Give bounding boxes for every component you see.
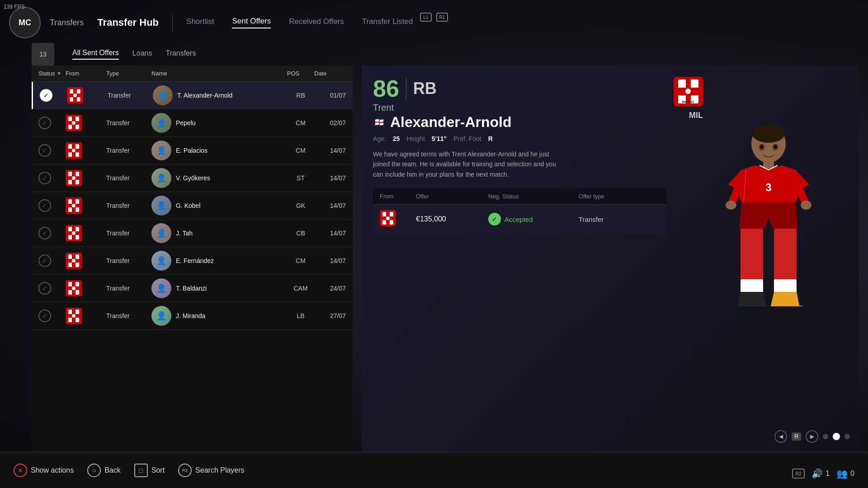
svg-point-61 <box>726 201 736 210</box>
row-status: ✓ <box>38 172 66 184</box>
show-actions-button[interactable]: ✕ Show actions <box>14 464 74 477</box>
svg-point-15 <box>72 149 75 152</box>
offer-table: From Offer Neg. Status Offer type €135,0… <box>373 188 667 234</box>
pref-foot-value: R <box>488 135 493 142</box>
r1-button[interactable]: R1 <box>436 13 448 22</box>
row-type: Transfer <box>106 257 151 264</box>
col-type-header: Type <box>106 70 151 77</box>
table-row[interactable]: ✓ Transfer 👤 Pepelu CM 02/07 <box>32 109 353 137</box>
player-photo: 👤 <box>151 168 171 188</box>
check-outline: ✓ <box>38 282 51 295</box>
nav-shortlist[interactable]: Shortlist <box>186 17 214 28</box>
sound-count: 1 <box>826 469 830 478</box>
sub-nav-loans[interactable]: Loans <box>132 49 152 59</box>
sub-nav-all[interactable]: All Sent Offers <box>72 49 119 60</box>
col-date-header: Date <box>314 70 346 77</box>
player-photo: 👤 <box>151 306 171 326</box>
bottom-bar: ✕ Show actions ○ Back □ Sort R3 Search P… <box>0 452 868 488</box>
col-status-header: Status ▼ <box>38 70 66 77</box>
show-actions-label: Show actions <box>31 466 74 474</box>
nav-received-offers[interactable]: Received Offers <box>289 17 344 28</box>
offer-col-offer: Offer <box>416 193 488 200</box>
row-type: Transfer <box>106 230 151 237</box>
player-first-name: Trent <box>373 103 511 113</box>
table-row[interactable]: ✓ Transfer 👤 V. Gyökeres ST 14/07 <box>32 164 353 192</box>
svg-point-30 <box>72 231 75 235</box>
player-name: G. Kobel <box>176 202 287 209</box>
sort-button[interactable]: □ Sort <box>134 464 165 477</box>
check-outline: ✓ <box>38 117 51 129</box>
nav-dot-3 <box>844 434 850 439</box>
player-name: V. Gyökeres <box>176 174 287 182</box>
nav-prev[interactable]: ◀ <box>774 430 787 443</box>
table-row[interactable]: ✓ Transfer 👤 T. Alexander-Arnold RB <box>32 82 353 109</box>
nav-hub: Transfer Hub <box>97 17 159 28</box>
player-pos: LB <box>287 312 314 319</box>
table-row[interactable]: ✓ Transfer 👤 J. Miranda LB 27/07 <box>32 302 353 330</box>
rating-pos: 86 RB <box>373 77 511 100</box>
row-from <box>66 280 106 296</box>
row-status: ✓ <box>38 310 66 322</box>
nav-divider <box>172 14 173 32</box>
r2-button: R2 <box>792 469 805 479</box>
nav-sent-offers[interactable]: Sent Offers <box>232 17 271 28</box>
svg-point-20 <box>72 176 75 180</box>
fps-counter: 139 FPS <box>4 4 25 10</box>
player-silhouette: 3 <box>701 112 836 406</box>
nav-dot-2 <box>833 433 840 440</box>
player-date: 14/07 <box>314 147 346 154</box>
table-row[interactable]: ✓ Transfer 👤 E. Fernández CM 14/07 <box>32 247 353 275</box>
row-status: ✓ <box>38 144 66 157</box>
table-row[interactable]: ✓ Transfer 👤 G. Kobel GK 14/07 <box>32 192 353 220</box>
table-row[interactable]: ✓ Transfer 👤 E. Palacios CM 14/07 <box>32 137 353 164</box>
table-row[interactable]: ✓ Transfer 👤 J. Tah CB 14/07 <box>32 220 353 247</box>
row-type: Transfer <box>106 147 151 154</box>
row-from <box>66 225 106 241</box>
player-photo: 👤 <box>151 141 171 160</box>
row-from <box>67 87 108 103</box>
player-date: 14/07 <box>314 230 346 237</box>
nav-transfers[interactable]: Transfers <box>50 18 84 28</box>
team-badge <box>66 142 82 159</box>
player-name: J. Miranda <box>176 312 287 319</box>
search-players-button[interactable]: R3 Search Players <box>178 464 245 477</box>
team-badge <box>66 115 82 131</box>
player-date: 24/07 <box>314 285 346 292</box>
people-icon: 👥 <box>836 468 848 479</box>
table-row[interactable]: ✓ Transfer 👤 T. Baldanzi CAM 24/07 <box>32 275 353 302</box>
l1-button[interactable]: L1 <box>420 13 432 22</box>
circle-button-icon: ○ <box>87 464 101 477</box>
sort-arrow: ▼ <box>57 71 61 76</box>
player-date: 14/07 <box>314 257 346 264</box>
x-button-icon: ✕ <box>14 464 27 477</box>
offer-type: Transfer <box>579 216 667 223</box>
player-pos: CB <box>287 230 314 237</box>
sub-nav-transfers[interactable]: Transfers <box>165 49 196 59</box>
bottom-right-indicators: R2 🔊 1 👥 0 <box>792 468 854 479</box>
team-badge <box>66 225 82 241</box>
pref-foot-label: Pref. Foot <box>453 135 481 142</box>
player-photo: 👤 <box>153 85 173 105</box>
row-from <box>66 253 106 269</box>
check-outline: ✓ <box>38 310 51 322</box>
svg-point-62 <box>801 201 811 210</box>
people-count: 0 <box>850 469 854 478</box>
player-photo: 👤 <box>151 223 171 243</box>
player-photo: 👤 <box>151 251 171 271</box>
people-indicator: 👥 0 <box>836 468 854 479</box>
row-status: ✓ <box>38 227 66 239</box>
row-status: ✓ <box>40 89 67 102</box>
player-date: 27/07 <box>314 312 346 319</box>
offer-amount: €135,000 <box>416 215 488 223</box>
col-name-header: Name <box>151 70 287 77</box>
check-outline: ✓ <box>38 172 51 184</box>
player-description: We have agreed terms with Trent Alexande… <box>373 149 563 179</box>
player-pos: GK <box>287 202 314 209</box>
sound-icon: 🔊 <box>811 468 823 479</box>
controller-hints: L1 R1 <box>420 13 448 22</box>
nav-transfer-listed[interactable]: Transfer Listed <box>362 17 413 28</box>
nav-next[interactable]: ▶ <box>806 430 818 443</box>
back-button[interactable]: ○ Back <box>87 464 121 477</box>
nav-items: Shortlist Sent Offers Received Offers Tr… <box>186 17 413 28</box>
row-type: Transfer <box>108 92 153 99</box>
